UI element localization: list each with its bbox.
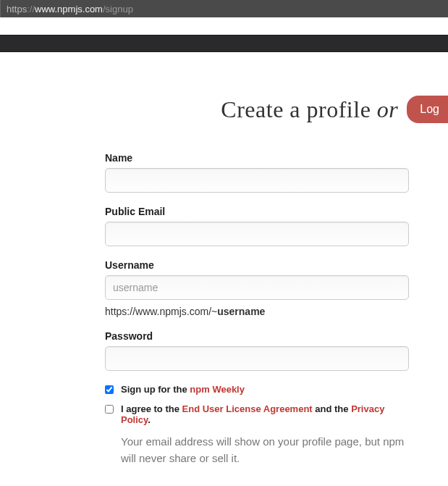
password-input[interactable] [105, 346, 409, 371]
username-hint: https://www.npmjs.com/~username [105, 306, 409, 317]
url-path: /signup [103, 4, 133, 14]
username-field-group: Username https://www.npmjs.com/~username [105, 259, 409, 317]
weekly-prefix: Sign up for the [121, 384, 190, 395]
agree-suffix: . [148, 414, 151, 425]
username-hint-bold: username [217, 306, 265, 317]
email-label: Public Email [105, 206, 409, 217]
name-input[interactable] [105, 168, 409, 193]
weekly-link[interactable]: npm Weekly [190, 384, 245, 395]
address-bar[interactable]: https://www.npmjs.com/signup [0, 0, 448, 17]
email-input[interactable] [105, 222, 409, 246]
password-field-group: Password [105, 330, 409, 371]
agree-checkbox[interactable] [105, 405, 114, 414]
password-label: Password [105, 330, 409, 342]
weekly-text: Sign up for the npm Weekly [121, 384, 245, 395]
email-field-group: Public Email [105, 206, 409, 246]
agree-text-block: I agree to the End User License Agreemen… [121, 403, 409, 425]
username-label: Username [105, 259, 409, 271]
main-content: Create a profile or Log Name Public Emai… [0, 52, 448, 486]
name-field-group: Name [105, 152, 409, 193]
weekly-checkbox[interactable] [105, 385, 114, 394]
username-hint-prefix: https://www.npmjs.com/~ [105, 306, 217, 317]
eula-link[interactable]: End User License Agreement [182, 403, 313, 414]
agree-mid: and the [313, 403, 351, 414]
agree-prefix: I agree to the [121, 403, 182, 414]
url-separator: :// [27, 4, 35, 14]
title-main: Create a profile [221, 96, 377, 122]
agree-checkbox-row: I agree to the End User License Agreemen… [105, 403, 409, 425]
username-input[interactable] [105, 275, 409, 300]
email-privacy-note: Your email address will show on your pro… [121, 434, 409, 466]
login-button[interactable]: Log [407, 96, 448, 123]
weekly-checkbox-row: Sign up for the npm Weekly [105, 384, 409, 395]
url-host: www.npmjs.com [35, 4, 103, 14]
title-or: or [377, 96, 398, 122]
heading-row: Create a profile or Log [0, 96, 448, 123]
nav-strip [0, 35, 448, 52]
url-protocol: https [7, 4, 27, 14]
agree-text: I agree to the End User License Agreemen… [121, 403, 409, 425]
page-title: Create a profile or [221, 96, 398, 123]
signup-form: Name Public Email Username https://www.n… [105, 152, 409, 486]
name-label: Name [105, 152, 409, 164]
